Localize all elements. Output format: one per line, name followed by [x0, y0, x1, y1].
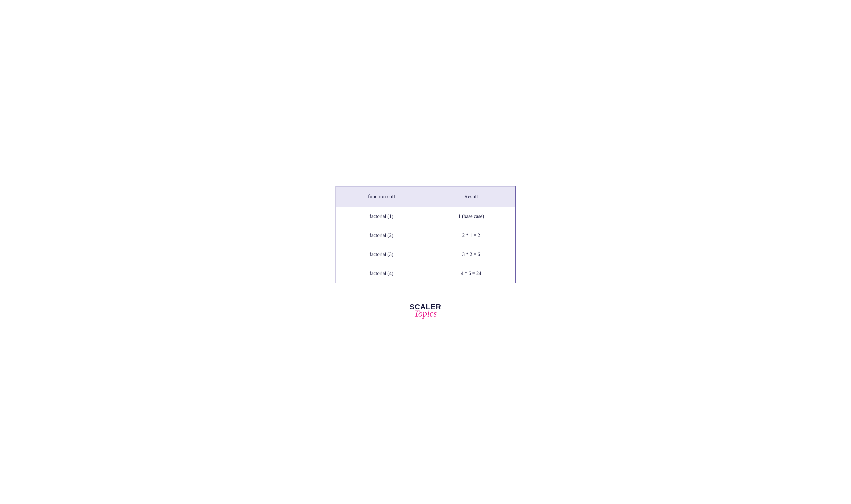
table-container: function call Result factorial (1) 1 (ba…	[336, 186, 516, 283]
table-header-row: function call Result	[336, 186, 515, 207]
logo-topics-text: Topics	[414, 309, 437, 318]
page-wrapper: function call Result factorial (1) 1 (ba…	[313, 186, 538, 318]
cell-function-2: factorial (2)	[336, 226, 427, 245]
cell-result-2: 2 * 1 = 2	[427, 226, 515, 245]
cell-result-1: 1 (base case)	[427, 207, 515, 226]
table-row: factorial (1) 1 (base case)	[336, 207, 515, 226]
col-function-call-header: function call	[336, 186, 427, 207]
table-row: factorial (3) 3 * 2 = 6	[336, 245, 515, 264]
table-row: factorial (2) 2 * 1 = 2	[336, 226, 515, 245]
table-row: factorial (4) 4 * 6 = 24	[336, 264, 515, 283]
cell-function-4: factorial (4)	[336, 264, 427, 283]
cell-function-1: factorial (1)	[336, 207, 427, 226]
cell-result-4: 4 * 6 = 24	[427, 264, 515, 283]
logo: SCALER Topics	[410, 303, 441, 318]
cell-function-3: factorial (3)	[336, 245, 427, 264]
factorial-table: function call Result factorial (1) 1 (ba…	[336, 186, 516, 283]
cell-result-3: 3 * 2 = 6	[427, 245, 515, 264]
col-result-header: Result	[427, 186, 515, 207]
